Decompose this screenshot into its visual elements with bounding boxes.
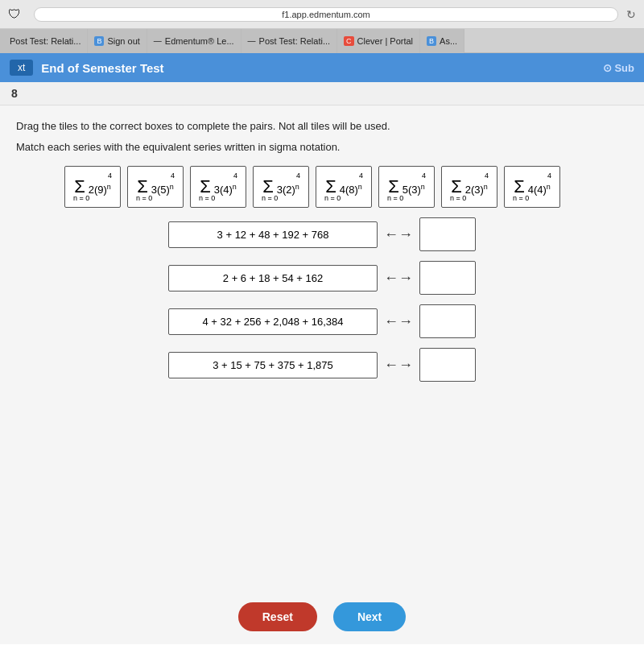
match-row-3: 4 + 32 + 256 + 2,048 + 16,384 ←→ <box>168 304 476 338</box>
browser-icon: 🛡 <box>8 7 21 22</box>
next-button[interactable]: Next <box>333 602 406 631</box>
tab-post-test-2[interactable]: — Post Test: Relati... <box>242 29 337 53</box>
drop-box-2[interactable] <box>419 261 476 295</box>
match-row-1: 3 + 12 + 48 + 192 + 768 ←→ <box>168 217 476 251</box>
tab-as[interactable]: B As... <box>420 29 464 53</box>
instructions-line2: Match each series with the equivalent se… <box>16 139 628 155</box>
submit-button[interactable]: ⊙ Sub <box>603 62 634 74</box>
drop-box-4[interactable] <box>419 348 476 382</box>
tile-8[interactable]: 4 Σ 4(4)n n = 0 <box>504 166 560 208</box>
reset-button[interactable]: Reset <box>238 602 317 631</box>
tabs-bar: Post Test: Relati... B Sign out — Edment… <box>0 29 644 53</box>
tile-4[interactable]: 4 Σ 3(2)n n = 0 <box>253 166 309 208</box>
tab-post-test-1[interactable]: Post Test: Relati... <box>0 29 88 53</box>
app-header: xt End of Semester Test ⊙ Sub <box>0 53 644 82</box>
match-row-4: 3 + 15 + 75 + 375 + 1,875 ←→ <box>168 348 476 382</box>
refresh-icon[interactable]: ↻ <box>626 8 636 21</box>
bottom-bar: Reset Next <box>0 602 644 631</box>
drop-box-3[interactable] <box>419 304 476 338</box>
tab-edmentum[interactable]: — Edmentum® Le... <box>147 29 242 53</box>
drop-box-1[interactable] <box>419 217 476 251</box>
tile-5[interactable]: 4 Σ 4(8)n n = 0 <box>316 166 372 208</box>
page-title: End of Semester Test <box>41 61 163 75</box>
tab-icon-6: B <box>427 36 436 46</box>
arrow-1: ←→ <box>384 226 413 243</box>
browser-bar: 🛡 f1.app.edmentum.com ↻ <box>0 0 644 29</box>
series-box-1: 3 + 12 + 48 + 192 + 768 <box>168 221 378 248</box>
match-area: 3 + 12 + 48 + 192 + 768 ←→ 2 + 6 + 18 + … <box>16 217 628 382</box>
question-number-bar: 8 <box>0 82 644 105</box>
arrow-3: ←→ <box>384 313 413 330</box>
address-bar[interactable]: f1.app.edmentum.com <box>34 7 618 22</box>
series-box-4: 3 + 15 + 75 + 375 + 1,875 <box>168 352 378 378</box>
series-box-2: 2 + 6 + 18 + 54 + 162 <box>168 265 378 291</box>
tab-icon-4: — <box>248 36 256 45</box>
arrow-2: ←→ <box>384 270 413 287</box>
tiles-area: 4 Σ 2(9)n n = 0 4 Σ 3(5)n n = 0 4 Σ 3(4)… <box>64 166 628 208</box>
tile-7[interactable]: 4 Σ 2(3)n n = 0 <box>441 166 497 208</box>
arrow-4: ←→ <box>384 357 413 374</box>
tab-clever[interactable]: C Clever | Portal <box>337 29 420 53</box>
tile-1[interactable]: 4 Σ 2(9)n n = 0 <box>64 166 121 208</box>
tile-3[interactable]: 4 Σ 3(4)n n = 0 <box>190 166 246 208</box>
series-box-3: 4 + 32 + 256 + 2,048 + 16,384 <box>168 308 378 335</box>
main-content: Drag the tiles to the correct boxes to c… <box>0 105 644 644</box>
tile-2[interactable]: 4 Σ 3(5)n n = 0 <box>127 166 184 208</box>
tab-icon-3: — <box>154 36 162 45</box>
tab-signout[interactable]: B Sign out <box>88 29 147 53</box>
tab-icon-5: C <box>344 36 354 46</box>
back-button[interactable]: xt <box>10 60 33 76</box>
instructions-line1: Drag the tiles to the correct boxes to c… <box>16 118 628 134</box>
match-row-2: 2 + 6 + 18 + 54 + 162 ←→ <box>168 261 476 295</box>
tile-6[interactable]: 4 Σ 5(3)n n = 0 <box>378 166 435 208</box>
question-number: 8 <box>11 87 18 100</box>
tab-icon-2: B <box>94 36 104 46</box>
